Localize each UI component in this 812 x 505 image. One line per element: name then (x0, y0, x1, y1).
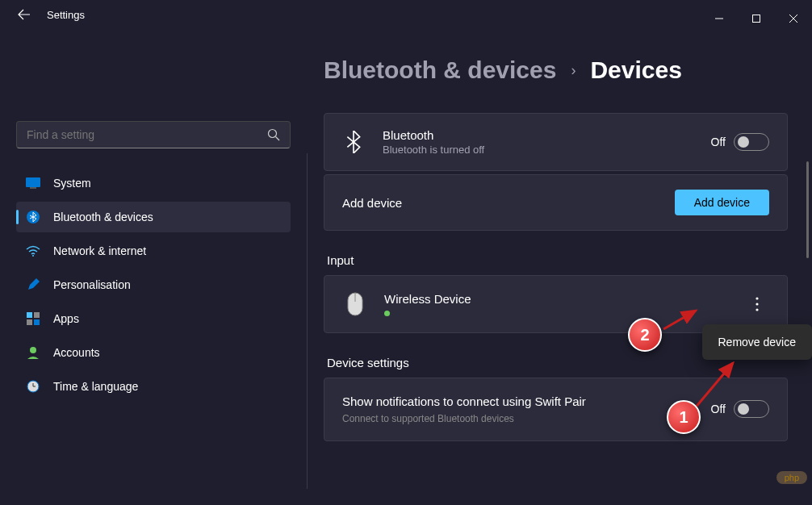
minimize-icon (714, 14, 724, 23)
svg-point-14 (30, 347, 36, 353)
more-vertical-icon (755, 297, 759, 311)
content: Bluetooth & devices › Devices Bluetooth … (308, 32, 812, 505)
sidebar-item-bluetooth[interactable]: Bluetooth & devices (16, 202, 291, 232)
arrow-left-icon (18, 8, 31, 21)
context-menu: Remove device (702, 324, 813, 360)
search-box[interactable] (16, 121, 291, 148)
minimize-button[interactable] (701, 6, 738, 31)
svg-point-4 (269, 130, 277, 138)
sidebar-item-label: Network & internet (53, 244, 146, 257)
sidebar-item-time[interactable]: Time & language (16, 371, 291, 402)
svg-point-23 (755, 308, 758, 311)
maximize-icon (751, 14, 761, 23)
sidebar-item-personalisation[interactable]: Personalisation (16, 269, 291, 300)
breadcrumb-parent[interactable]: Bluetooth & devices (324, 56, 556, 84)
remove-device-item[interactable]: Remove device (707, 329, 808, 355)
close-button[interactable] (775, 6, 812, 31)
svg-line-5 (276, 137, 280, 141)
maximize-button[interactable] (738, 6, 775, 31)
scrollbar[interactable] (806, 161, 809, 258)
sidebar: System Bluetooth & devices Network & int… (0, 32, 307, 505)
account-icon (26, 345, 40, 360)
add-device-card: Add device Add device (324, 174, 788, 231)
svg-rect-12 (27, 319, 32, 325)
bluetooth-card: Bluetooth Bluetooth is turned off Off (324, 113, 788, 171)
chevron-right-icon: › (571, 62, 576, 79)
sidebar-item-system[interactable]: System (16, 168, 291, 198)
toggle-label: Off (711, 136, 726, 148)
add-device-label: Add device (342, 196, 675, 210)
sidebar-item-apps[interactable]: Apps (16, 303, 291, 334)
bluetooth-icon (26, 210, 40, 224)
input-section-label: Input (327, 253, 788, 267)
paint-icon (26, 278, 40, 292)
svg-point-21 (755, 297, 758, 299)
system-icon (26, 176, 40, 190)
search-input[interactable] (27, 128, 267, 141)
profile-block (16, 32, 291, 105)
status-dot (384, 311, 390, 316)
page-title: Devices (590, 56, 681, 84)
breadcrumb: Bluetooth & devices › Devices (324, 56, 788, 84)
device-name: Wireless Device (384, 292, 471, 306)
arrow-2 (662, 307, 702, 331)
svg-rect-13 (34, 319, 40, 325)
sidebar-item-label: Bluetooth & devices (53, 211, 153, 223)
apps-icon (26, 311, 40, 326)
sidebar-item-accounts[interactable]: Accounts (16, 337, 291, 368)
clock-icon (26, 379, 40, 394)
annotation-2: 2 (628, 318, 662, 352)
sidebar-item-label: Apps (53, 312, 79, 325)
mouse-icon (342, 292, 368, 316)
wifi-icon (26, 244, 40, 258)
svg-rect-6 (26, 177, 40, 187)
bluetooth-subtitle: Bluetooth is turned off (383, 144, 711, 156)
sidebar-item-label: Accounts (53, 346, 100, 359)
bluetooth-toggle[interactable] (734, 133, 769, 151)
watermark: php (776, 471, 807, 484)
add-device-button[interactable]: Add device (675, 190, 769, 215)
svg-point-9 (32, 255, 34, 257)
svg-rect-1 (753, 15, 760, 23)
more-button[interactable] (745, 292, 769, 316)
annotation-1: 1 (667, 400, 701, 434)
swift-pair-title: Show notifications to connect using Swif… (342, 393, 711, 411)
close-icon (789, 14, 798, 23)
svg-point-22 (755, 303, 758, 305)
svg-line-25 (663, 311, 696, 329)
bluetooth-title: Bluetooth (383, 128, 711, 142)
app-title: Settings (47, 9, 85, 21)
back-button[interactable] (16, 6, 32, 23)
search-icon (267, 128, 280, 141)
header: Settings (0, 5, 812, 24)
svg-rect-7 (30, 187, 36, 189)
svg-rect-11 (34, 312, 40, 318)
svg-line-27 (694, 363, 733, 409)
svg-rect-10 (27, 312, 32, 318)
bluetooth-icon (342, 131, 365, 153)
sidebar-item-label: Time & language (53, 380, 138, 393)
swift-pair-subtitle: Connect to supported Bluetooth devices (342, 411, 711, 426)
sidebar-item-label: Personalisation (53, 278, 131, 291)
toggle-knob (738, 136, 749, 148)
sidebar-item-label: System (53, 177, 91, 190)
sidebar-item-network[interactable]: Network & internet (16, 236, 291, 266)
arrow-1 (693, 357, 741, 413)
